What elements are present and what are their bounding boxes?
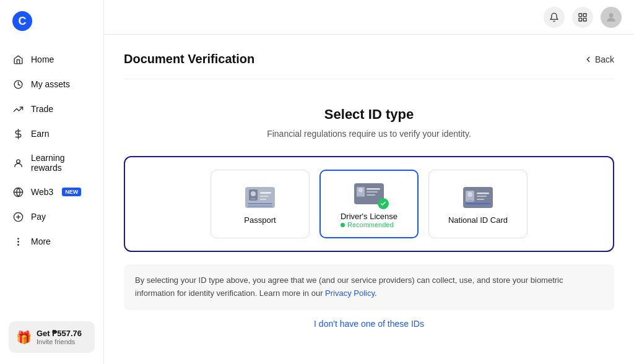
earn-icon: [12, 128, 24, 139]
select-id-title: Select ID type: [124, 106, 614, 123]
page-title: Document Verification: [124, 52, 254, 66]
svg-rect-13: [579, 18, 582, 21]
grid-button[interactable]: [572, 7, 593, 28]
national-id-option[interactable]: National ID Card: [428, 170, 528, 238]
main: Document Verification Back Select ID typ…: [104, 0, 634, 364]
grid-icon: [578, 12, 588, 22]
bell-icon: [549, 12, 559, 22]
sidebar-item-more[interactable]: More: [0, 229, 103, 254]
topbar: [104, 0, 634, 35]
svg-rect-36: [466, 203, 490, 204]
sidebar: C Home My assets Trade: [0, 0, 104, 364]
recommended-badge: Recommended: [341, 221, 397, 228]
app-logo: C: [12, 11, 32, 31]
sidebar-item-web3-label: Web3: [31, 187, 53, 197]
svg-rect-11: [579, 14, 582, 17]
chevron-left-icon: [584, 55, 593, 64]
web3-icon: [12, 186, 24, 197]
svg-rect-35: [477, 199, 484, 200]
notification-button[interactable]: [544, 7, 565, 28]
web3-new-badge: NEW: [62, 188, 81, 196]
invite-icon: 🎁: [16, 330, 32, 345]
invite-text: Get ₱557.76 Invite friends: [37, 329, 82, 345]
svg-rect-22: [248, 206, 272, 207]
svg-point-2: [16, 159, 20, 163]
svg-point-10: [17, 244, 18, 245]
sidebar-item-earn[interactable]: Earn: [0, 121, 103, 146]
recommended-dot: [341, 223, 345, 227]
svg-point-32: [467, 192, 472, 197]
sidebar-item-learning-rewards-label: Learning rewards: [31, 153, 91, 173]
drivers-license-label-group: Driver's License Recommended: [341, 212, 397, 228]
sidebar-item-my-assets-label: My assets: [31, 79, 70, 89]
sidebar-item-home[interactable]: Home: [0, 47, 103, 72]
invite-card[interactable]: 🎁 Get ₱557.76 Invite friends: [9, 321, 95, 353]
sidebar-item-pay[interactable]: Pay: [0, 204, 103, 229]
passport-label: Passport: [244, 215, 276, 225]
back-button[interactable]: Back: [584, 54, 614, 64]
sidebar-item-home-label: Home: [31, 54, 54, 64]
svg-rect-28: [367, 191, 378, 193]
svg-rect-21: [248, 203, 272, 204]
content-area: Document Verification Back Select ID typ…: [104, 35, 634, 364]
privacy-policy-link[interactable]: Privacy Policy: [325, 288, 375, 298]
svg-point-26: [358, 188, 363, 193]
sidebar-bottom: 🎁 Get ₱557.76 Invite friends: [0, 313, 103, 364]
sidebar-item-more-label: More: [31, 236, 51, 246]
sidebar-item-my-assets[interactable]: My assets: [0, 72, 103, 97]
home-icon: [12, 54, 24, 65]
avatar-button[interactable]: [601, 7, 622, 28]
sidebar-item-trade[interactable]: Trade: [0, 97, 103, 121]
svg-rect-12: [583, 14, 586, 17]
recommended-text: Recommended: [347, 221, 394, 228]
no-id-link[interactable]: I don't have one of these IDs: [124, 319, 614, 329]
page-header: Document Verification Back: [124, 52, 614, 79]
drivers-license-label: Driver's License: [341, 212, 397, 221]
svg-rect-34: [477, 196, 487, 197]
invite-subtitle: Invite friends: [37, 338, 82, 345]
national-id-icon: [462, 186, 494, 209]
assets-icon: [12, 79, 24, 90]
select-id-section: Select ID type Financial regulations req…: [124, 94, 614, 339]
learning-icon: [12, 157, 24, 168]
sidebar-item-trade-label: Trade: [31, 104, 53, 114]
drivers-license-option[interactable]: Driver's License Recommended: [319, 170, 419, 238]
sidebar-item-web3[interactable]: Web3 NEW: [0, 180, 103, 204]
disclaimer-text-after: .: [375, 288, 377, 298]
content-inner: Document Verification Back Select ID typ…: [104, 35, 634, 356]
pay-icon: [12, 211, 24, 222]
sidebar-nav: Home My assets Trade Earn: [0, 42, 103, 313]
svg-point-9: [17, 241, 18, 241]
svg-rect-20: [260, 199, 266, 200]
svg-rect-19: [260, 196, 269, 197]
passport-icon: [244, 186, 276, 209]
checkmark-badge: [378, 198, 389, 209]
select-id-subtitle: Financial regulations require us to veri…: [124, 129, 614, 139]
sidebar-item-earn-label: Earn: [31, 129, 50, 139]
more-icon: [12, 236, 24, 247]
trade-icon: [12, 103, 24, 115]
disclaimer-box: By selecting your ID type above, you agr…: [124, 264, 614, 310]
invite-title: Get ₱557.76: [37, 329, 82, 338]
svg-point-8: [17, 238, 18, 238]
avatar-icon: [605, 11, 617, 24]
passport-option[interactable]: Passport: [211, 170, 310, 238]
svg-rect-29: [367, 194, 375, 196]
svg-rect-27: [367, 188, 380, 190]
id-options-container: Passport: [124, 156, 614, 252]
sidebar-logo: C: [0, 0, 103, 42]
drivers-license-icon-wrapper: [353, 182, 385, 206]
back-label: Back: [595, 54, 614, 64]
svg-point-15: [609, 13, 614, 17]
check-icon: [380, 201, 386, 207]
sidebar-item-learning-rewards[interactable]: Learning rewards: [0, 146, 103, 180]
svg-rect-18: [260, 192, 271, 194]
national-id-label: National ID Card: [448, 215, 508, 225]
sidebar-item-pay-label: Pay: [31, 212, 46, 222]
svg-rect-14: [583, 18, 586, 21]
svg-rect-33: [477, 193, 489, 194]
svg-point-23: [251, 191, 256, 196]
